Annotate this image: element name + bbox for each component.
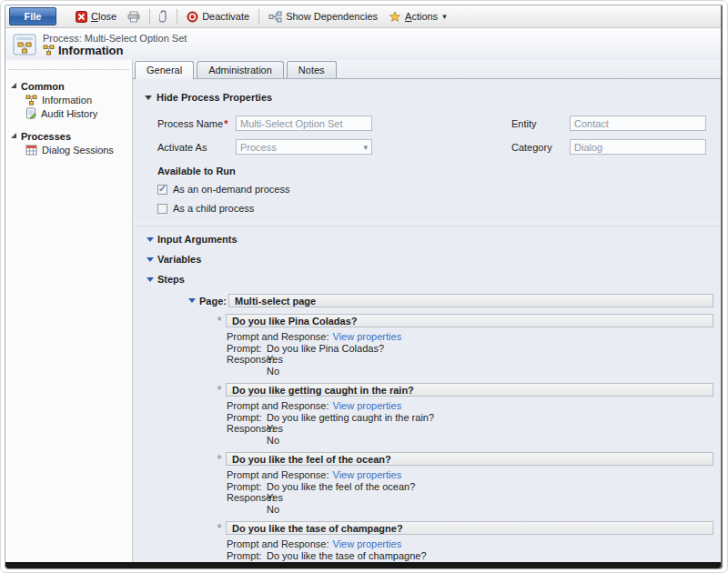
tab-general[interactable]: General [135, 61, 194, 79]
step-title-bar[interactable]: Do you like Pina Coladas? [226, 314, 713, 327]
response-label: Response: [227, 492, 267, 504]
step-details: Prompt and Response:View properties Prom… [227, 331, 715, 377]
checkbox-checked-icon[interactable] [157, 185, 167, 195]
step-details: Prompt and Response:View properties Prom… [227, 538, 715, 562]
prompt-response-label: Prompt and Response: [227, 400, 329, 412]
sidebar-item-dialog-sessions[interactable]: Dialog Sessions [5, 143, 132, 156]
step-bullet-icon: * [216, 317, 223, 326]
sidebar-group-label: Common [21, 81, 65, 92]
response-label: Response: [227, 561, 267, 562]
prompt-text: Do you like the tase of champagne? [267, 550, 715, 562]
activate-as-value: Process [240, 142, 277, 153]
step-title-bar[interactable]: Do you like getting caught in the rain? [226, 383, 713, 397]
collapse-triangle-icon [145, 96, 152, 100]
step-bullet-icon: * [216, 386, 223, 395]
step-title-bar[interactable]: Do you like the tase of champagne? [226, 521, 713, 535]
view-properties-link[interactable]: View properties [333, 538, 402, 550]
child-process-option[interactable]: As a child process [157, 203, 715, 214]
toolbar-separator [258, 9, 259, 24]
prompt-text: Do you like Pina Coladas? [267, 343, 715, 355]
actions-caret-icon: ▾ [442, 12, 447, 21]
audit-history-icon [25, 107, 36, 119]
response-option: Yes [267, 423, 715, 435]
collapse-triangle-icon [188, 298, 196, 303]
page-title-bar[interactable]: Multi-select page [228, 294, 713, 307]
on-demand-process-option[interactable]: As an on-demand process [157, 184, 715, 195]
checkbox-label: As an on-demand process [173, 184, 289, 195]
input-arguments-section[interactable]: Input Arguments [147, 234, 715, 245]
prompt-text: Do you like the feel of the ocean? [267, 481, 715, 493]
response-label: Response: [227, 423, 267, 435]
category-input[interactable] [570, 139, 706, 155]
file-button[interactable]: File [9, 7, 56, 25]
actions-button[interactable]: Actions ▾ [384, 9, 451, 25]
tab-notes[interactable]: Notes [287, 61, 337, 78]
step-bullet-icon: * [216, 524, 223, 533]
window-bottom-edge [5, 562, 721, 568]
step-title-bar[interactable]: Do you like the feel of the ocean? [226, 452, 713, 466]
process-kicker: Process: Multi-Select Option Set [43, 33, 187, 45]
step-bullet-icon: * [216, 455, 223, 464]
view-properties-link[interactable]: View properties [333, 469, 402, 481]
prompt-label: Prompt: [227, 412, 267, 424]
page-label: Page: [199, 296, 227, 307]
sidebar-group-common[interactable]: Common [5, 79, 132, 93]
print-icon [127, 11, 140, 23]
checkbox-label: As a child process [173, 203, 254, 214]
sidebar: Common Information Audit History Process… [5, 60, 133, 562]
sidebar-group-processes[interactable]: Processes [5, 129, 132, 143]
view-properties-link[interactable]: View properties [333, 400, 402, 412]
step-block: * Do you like the tase of champagne? Pro… [216, 521, 715, 562]
close-button[interactable]: Close [71, 9, 121, 25]
response-label: Response: [227, 354, 267, 366]
sidebar-item-information[interactable]: Information [5, 93, 132, 106]
entity-input[interactable] [570, 116, 706, 131]
page-header: Process: Multi-Select Option Set Informa… [5, 28, 721, 60]
section-divider [133, 222, 721, 226]
collapse-triangle-icon [147, 237, 154, 242]
prompt-label: Prompt: [227, 343, 267, 355]
response-option: Yes [267, 354, 715, 366]
response-option: No [267, 435, 715, 447]
hide-process-properties-toggle[interactable]: Hide Process Properties [145, 92, 715, 103]
information-icon [43, 45, 55, 55]
category-label: Category [511, 142, 570, 153]
view-properties-link[interactable]: View properties [333, 331, 402, 343]
print-button[interactable] [123, 9, 145, 25]
collapse-triangle-icon [147, 277, 154, 282]
attach-button[interactable] [155, 8, 172, 25]
step-details: Prompt and Response:View properties Prom… [227, 400, 715, 446]
toolbar-separator [177, 9, 177, 24]
page-step[interactable]: Page: Multi-select page [188, 294, 715, 307]
hide-properties-label: Hide Process Properties [157, 92, 272, 103]
entity-label: Entity [511, 118, 570, 129]
steps-section[interactable]: Steps [147, 274, 715, 285]
section-label: Input Arguments [157, 234, 238, 245]
activate-as-dropdown[interactable]: Process ▾ [236, 139, 372, 155]
screenshot-frame: File Close Deactivate Show Dependencies … [0, 0, 728, 573]
prompt-response-label: Prompt and Response: [227, 331, 329, 343]
activate-as-label: Activate As [157, 142, 236, 153]
section-label: Variables [157, 254, 201, 265]
collapse-triangle-icon [147, 257, 154, 262]
steps-tree: Page: Multi-select page * Do you like Pi… [188, 294, 715, 562]
response-option: Yes [267, 492, 715, 504]
show-dependencies-button[interactable]: Show Dependencies [264, 9, 382, 25]
step-block: * Do you like Pina Coladas? Prompt and R… [216, 314, 715, 377]
tab-administration[interactable]: Administration [197, 61, 284, 78]
step-block: * Do you like getting caught in the rain… [216, 383, 715, 446]
checkbox-unchecked-icon[interactable] [157, 204, 167, 214]
close-icon [76, 11, 87, 23]
close-label: Close [91, 11, 116, 22]
deactivate-button[interactable]: Deactivate [182, 9, 254, 25]
step-block: * Do you like the feel of the ocean? Pro… [216, 452, 715, 515]
variables-section[interactable]: Variables [147, 254, 715, 265]
sidebar-item-label: Information [42, 95, 92, 106]
step-details: Prompt and Response:View properties Prom… [227, 469, 715, 515]
response-option: No [267, 366, 715, 377]
sidebar-item-audit-history[interactable]: Audit History [5, 106, 132, 120]
process-name-input[interactable] [236, 116, 372, 131]
sidebar-divider [8, 69, 129, 70]
section-label: Steps [157, 274, 185, 285]
prompt-label: Prompt: [227, 481, 267, 493]
